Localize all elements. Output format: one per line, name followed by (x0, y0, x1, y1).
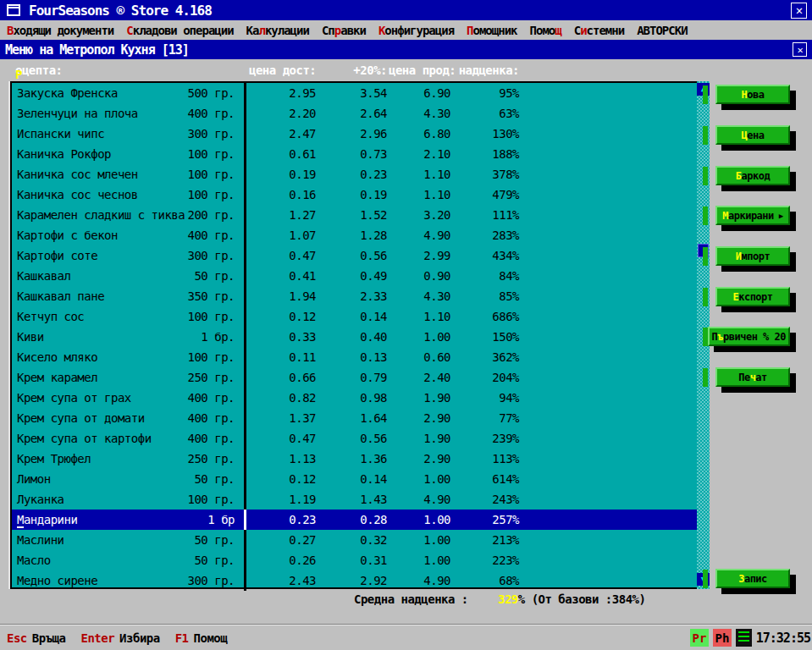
menu-item-3[interactable]: Калкулации (246, 24, 309, 37)
menu-item-5[interactable]: Конфигурация (378, 24, 454, 37)
markup-value: 204% (452, 371, 519, 384)
marked-button[interactable]: Маркирани▶ (715, 206, 790, 225)
recipe-quantity: 100 гр. (122, 168, 235, 181)
recipe-name: Картофи соте (17, 249, 97, 262)
recipe-quantity: 50 гр. (122, 472, 235, 486)
hotkey-letter: П (467, 24, 472, 37)
sell-price-value: 6.90 (389, 86, 450, 100)
menu-item-2[interactable]: Складови операции (126, 24, 233, 37)
phone-status-badge[interactable]: Ph (713, 629, 732, 647)
column-divider (244, 164, 246, 185)
recipe-name: Крем супа от грах (17, 391, 131, 405)
table-row[interactable]: Маслини50 гр.0.270.321.00213% (12, 530, 697, 550)
recipe-quantity: 300 гр. (122, 574, 235, 587)
close-button[interactable]: ✕ (791, 3, 807, 19)
new-button[interactable]: Нова (715, 85, 790, 104)
table-row[interactable]: Картофи с бекон400 гр.1.071.284.90283% (12, 225, 697, 245)
recipe-quantity: 400 гр. (122, 411, 235, 425)
plus-20-value: 0.79 (325, 371, 387, 384)
markup-value: 94% (452, 391, 519, 405)
table-row[interactable]: Кисело мляко100 гр.0.110.130.60362% (12, 347, 697, 367)
table-row[interactable]: Крем супа от картофи400 гр.0.470.561.902… (12, 428, 697, 449)
table-row[interactable]: Лимон50 гр.0.120.141.00614% (12, 469, 697, 489)
plus-20-value: 0.31 (325, 554, 387, 567)
recipe-name: Каничка Рокфор (17, 147, 111, 161)
plus-20-value: 0.56 (325, 249, 387, 262)
sell-price-value: 6.80 (389, 127, 450, 140)
menu-item-6[interactable]: Помощник (467, 24, 516, 37)
column-divider (244, 144, 246, 164)
average-markup-suffix: % (От базови :384%) (518, 592, 646, 606)
sell-price-value: 2.10 (389, 147, 450, 161)
table-row[interactable]: Картофи соте300 гр.0.470.562.99434% (12, 245, 697, 266)
sell-price-value: 2.90 (389, 411, 450, 425)
save-button[interactable]: Запис (715, 569, 790, 588)
recipe-quantity: 1 бр. (122, 330, 235, 344)
table-row[interactable]: Испански чипс300 гр.2.472.966.80130% (12, 124, 697, 144)
column-header-row: Рецепта: цена дост: +20%: цена прод: над… (0, 59, 812, 81)
markup-value: 283% (452, 229, 519, 242)
recipe-name: Кашкавал (17, 269, 70, 283)
table-row[interactable]: Крем супа от грах400 гр.0.820.981.9094% (12, 388, 697, 408)
table-row[interactable]: Каничка сос чеснов100 гр.0.160.191.10479… (12, 185, 697, 205)
recipe-name: Каничка сос млечен (17, 168, 138, 181)
recipe-name: Маслини (17, 533, 64, 547)
sell-price-value: 1.00 (389, 472, 450, 486)
hotkey-letter: М (722, 210, 728, 222)
table-row[interactable]: Крем карамел250 гр.0.660.792.40204% (12, 367, 697, 388)
table-row[interactable]: Карамелен сладкиш с тиква200 гр.1.271.52… (12, 205, 697, 225)
cost-price-value: 1.13 (249, 452, 316, 465)
print-button[interactable]: Печат (715, 367, 790, 387)
table-row[interactable]: Кашкавал50 гр.0.410.490.9084% (12, 266, 697, 286)
menu-item-8[interactable]: Системни (574, 24, 624, 37)
table-row[interactable]: Масло50 гр.0.260.311.00223% (12, 550, 697, 570)
plus-20-value: 3.54 (325, 86, 387, 100)
cost-price-value: 0.61 (249, 147, 316, 161)
table-row[interactable]: Кетчуп сос100 гр.0.120.141.10686% (12, 306, 697, 327)
column-divider (244, 550, 246, 570)
sell-price-value: 4.90 (389, 229, 450, 242)
table-row[interactable]: Луканка100 гр.1.191.434.90243% (12, 489, 697, 510)
column-divider (244, 570, 246, 591)
markup-value: 84% (452, 269, 519, 283)
key-action-label: Избира (119, 631, 160, 645)
markup-value: 113% (452, 452, 519, 465)
menu-item-7[interactable]: Помощ (530, 24, 561, 37)
table-row[interactable]: Каничка Рокфор100 гр.0.610.732.10188% (12, 144, 697, 164)
column-divider (244, 489, 246, 510)
import-button[interactable]: Импорт (715, 246, 790, 266)
child-close-button[interactable]: ✕ (793, 42, 807, 57)
printer-status-badge[interactable]: Pr (690, 629, 709, 647)
hotkey-letter: К (378, 24, 384, 37)
sell-price-value: 1.00 (389, 554, 450, 567)
barcode-button[interactable]: Баркод (715, 166, 790, 185)
table-row[interactable]: Каничка сос млечен100 гр.0.190.231.10378… (12, 164, 697, 185)
price-button[interactable]: Цена (715, 125, 790, 145)
table-row[interactable]: Медно сирене300 гр.2.432.924.9068% (12, 570, 697, 591)
recipe-quantity: 50 гр. (122, 533, 235, 547)
table-row[interactable]: Крем супа от домати400 гр.1.371.642.9077… (12, 408, 697, 428)
table-row[interactable]: Киви1 бр.0.330.401.00150% (12, 327, 697, 347)
recipe-name: Зеленчуци на плоча (17, 107, 138, 120)
table-row[interactable]: Крем Трюфел250 гр.1.131.362.90113% (12, 449, 697, 469)
menu-item-4[interactable]: Справки (322, 24, 366, 37)
recipe-quantity: 350 гр. (122, 289, 235, 303)
export-button[interactable]: Експорт (715, 287, 790, 306)
button-edge (703, 207, 708, 225)
table-row[interactable]: Кашкавал пане350 гр.1.942.334.3085% (12, 286, 697, 306)
primary-markup-button[interactable]: Първичен % 20 (708, 327, 790, 346)
menu-item-1[interactable]: Входящи документи (7, 24, 113, 37)
hotkey-letter: щ (555, 24, 561, 37)
cost-price-value: 2.20 (249, 107, 316, 120)
header-cost-price: цена дост: (249, 63, 316, 77)
markup-value: 243% (452, 493, 519, 506)
list-icon-lines (738, 631, 749, 644)
table-row[interactable]: Зеленчуци на плоча400 гр.2.202.644.3063% (12, 103, 697, 124)
plus-20-value: 2.33 (325, 289, 387, 303)
table-row[interactable]: Закуска Френска500 гр.2.953.546.9095% (12, 83, 697, 103)
table-row[interactable]: Мандарини1 бр0.230.281.00257% (12, 510, 697, 530)
menu-item-9[interactable]: АВТОРСКИ (637, 24, 687, 37)
cost-price-value: 1.94 (249, 289, 316, 303)
recipe-name: Масло (17, 554, 51, 567)
plus-20-value: 0.56 (325, 432, 387, 445)
